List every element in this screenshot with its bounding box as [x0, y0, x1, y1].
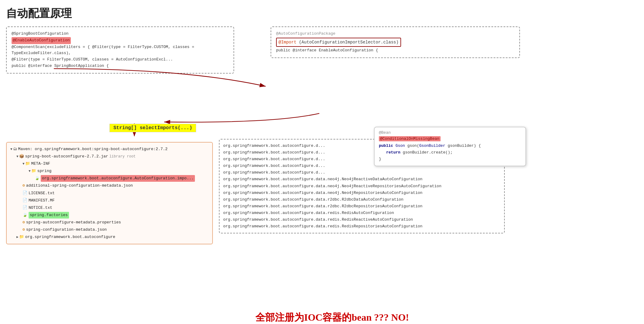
file-tree-box: ▼ 🗂 Maven: org.springframework.boot:spri… [6, 142, 213, 244]
tree-item-notice: 📄 NOTICE.txt [10, 204, 209, 212]
annotation-enableauto: @EnableAutoConfiguration [12, 37, 229, 44]
list-item-10: org.springframework.boot.autoconfigure.d… [223, 210, 500, 216]
annotation-springbootconfig: @SpringBootConfiguration [12, 31, 229, 37]
list-item-8: org.springframework.boot.autoconfigure.d… [223, 196, 500, 203]
bean-method-body: return gsonBuilder.create(); [379, 149, 521, 156]
list-item-12: org.springframework.boot.autoconfigure.d… [223, 223, 500, 230]
componentscan-line1: @ComponentScan(excludeFilters = { @Filte… [12, 44, 229, 57]
import-highlight-box: @Import@Import(AutoConfigurationImportSe… [276, 37, 514, 47]
tree-item-spring-configuration-metadata: ⚙ spring-configuration-metadata.json [10, 226, 209, 233]
list-item-7: org.springframework.boot.autoconfigure.d… [223, 190, 500, 196]
tree-item-jar: ▼ 📦 spring-boot-autoconfigure-2.7.2.jar … [10, 153, 209, 160]
page-title: 自动配置原理 [6, 6, 638, 21]
list-item-11: org.springframework.boot.autoconfigure.d… [223, 216, 500, 223]
list-item-9: org.springframework.boot.autoconfigure.d… [223, 203, 500, 210]
componentscan-line2: @Filter(type = FilterType.CUSTOM, classe… [12, 57, 229, 63]
import-at-sign: @Import [279, 40, 296, 45]
tree-item-license: 📄 LICENSE.txt [10, 190, 209, 197]
tree-item-metainf: ▼ 📁 META-INF [10, 160, 209, 167]
annotation-autoconfigpackage: @AutoConfigurationPackage [276, 31, 514, 37]
conditional-on-missing-bean: @ConditionalOnMissingBean [379, 136, 441, 141]
list-item-4: org.springframework.boot.autoconfigure.d… [223, 169, 500, 176]
tree-item-spring-factories: 🍃 spring.factories [10, 212, 209, 219]
tree-item-org-spring: ▶ 📁 org.springframework.boot.autoconfigu… [10, 233, 209, 241]
bean-annotation: @Bean [379, 130, 521, 135]
bean-closing-brace: } [379, 156, 521, 163]
tree-item-spring-folder: ▼ 📁 spring [10, 167, 209, 175]
public-interface-line: public @interface SpringBootApplication … [12, 63, 229, 69]
tree-item-autoconfigure-imports: 🍃 org.springframework.boot.autoconfigure… [10, 175, 209, 182]
select-imports-label: String[] selectImports(...) [109, 124, 196, 132]
enable-auto-interface: public @interface EnableAutoConfiguratio… [276, 47, 514, 54]
tree-item-manifest: 📄 MANIFEST.MF [10, 197, 209, 204]
tree-item-maven: ▼ 🗂 Maven: org.springframework.boot:spri… [10, 146, 209, 153]
top-left-code-box: @SpringBootConfiguration @EnableAutoConf… [6, 26, 234, 74]
tree-item-spring-autoconfigure-metadata: ⚙ spring-autoconfigure-metadata.properti… [10, 219, 209, 226]
top-right-code-box: @AutoConfigurationPackage @Import@Import… [271, 26, 520, 58]
bean-method-signature: public Gson gson(GsonBuilder gsonBuilder… [379, 143, 521, 149]
tree-item-additional-spring: ⚙ additional-spring-configuration-metada… [10, 182, 209, 189]
conditional-highlight-box: @ConditionalOnMissingBean [379, 136, 521, 143]
list-item-5: org.springframework.boot.autoconfigure.d… [223, 176, 500, 183]
list-item-6: org.springframework.boot.autoconfigure.d… [223, 183, 500, 190]
bean-popup: @Bean @ConditionalOnMissingBean public G… [374, 127, 526, 166]
bottom-caption: 全部注册为IOC容器的bean ??? NO! [255, 311, 409, 324]
